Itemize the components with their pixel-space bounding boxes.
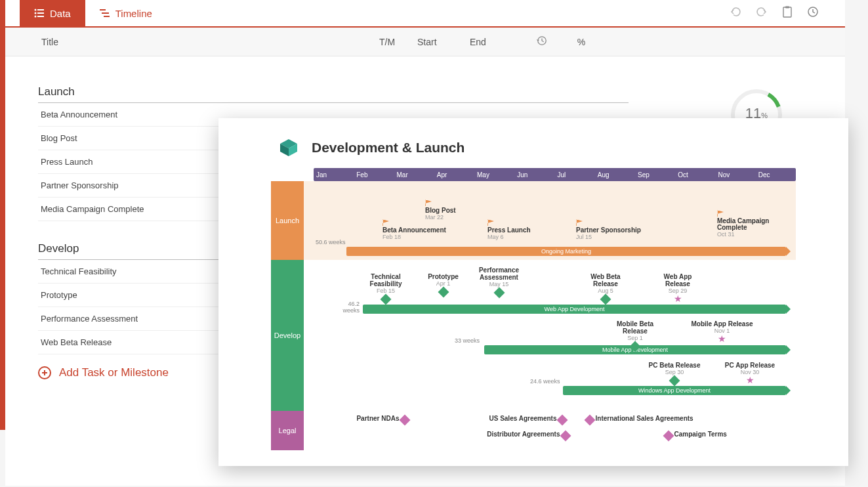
ms-mobile-release[interactable]: Mobile App ReleaseNov 1★ [691,320,753,342]
bar-windows-app[interactable]: Windows App Development [563,386,786,395]
svg-point-0 [35,9,37,11]
month-axis: JanFebMarAprMayJunJulAugSepOctNovDec [314,168,796,181]
svg-point-2 [35,12,37,14]
duration-label: 46.2 weeks [333,301,360,314]
tab-bar: Data Timeline [5,0,845,28]
svg-rect-10 [785,7,789,9]
tab-timeline-label: Timeline [115,8,152,19]
flag-partner-sponsorship[interactable]: Partner SponsorshipJul 15 [576,219,641,240]
flag-media-complete[interactable]: Media Campaign CompleteOct 31 [717,210,776,238]
svg-rect-5 [37,16,44,17]
ms-pc-release[interactable]: PC App ReleaseNov 30★ [724,362,776,383]
col-tm: T/M [379,37,417,47]
lane-develop-label: Develop [271,260,304,411]
lane-launch-label: Launch [271,181,304,260]
lane-develop: Develop 46.2 weeks Web App Development T… [271,260,796,411]
duration-label: 24.6 weeks [530,378,560,385]
lane-legal: Legal Partner NDAs US Sales Agreements I… [271,411,796,450]
col-start: Start [417,37,470,47]
ms-web-beta[interactable]: Web Beta ReleaseAug 5 [579,273,632,303]
add-task-label[interactable]: Add Task or Milestone [59,366,169,379]
svg-rect-1 [37,9,44,11]
timeline-icon [100,9,110,18]
lane-legal-label: Legal [271,411,304,450]
app-accent-rail [0,0,5,430]
tab-data[interactable]: Data [20,0,85,27]
tab-data-label: Data [50,8,71,19]
bar-ongoing-marketing[interactable]: Ongoing Marketing [346,247,786,256]
col-pct: % [562,37,601,47]
clipboard-icon[interactable] [782,6,793,20]
timeline-title: Development & Launch [312,140,465,156]
col-end: End [470,37,522,47]
redo-button[interactable] [756,6,768,20]
flag-press-launch[interactable]: Press LaunchMay 6 [487,219,531,240]
svg-rect-7 [102,12,109,14]
timeline-preview: Development & Launch JanFebMarAprMayJunJ… [218,118,848,466]
ms-distributor[interactable]: Distributor Agreements [478,431,569,440]
bar-web-app[interactable]: Web App Development [363,305,786,314]
undo-button[interactable] [730,6,741,20]
ms-intl-sales[interactable]: International Sales Agreements [586,415,697,424]
svg-point-4 [35,16,37,18]
flag-blog-post[interactable]: Blog PostMar 22 [425,200,456,221]
ms-pc-beta[interactable]: PC Beta ReleaseSep 30 [648,362,701,385]
toolbar [730,6,845,20]
duration-label: 33 weeks [455,337,480,344]
ms-prototype[interactable]: PrototypeApr 1 [425,273,461,296]
svg-rect-9 [783,7,791,17]
ms-campaign-terms[interactable]: Campaign Terms [665,431,743,440]
svg-rect-6 [100,9,106,11]
ms-mobile-beta[interactable]: Mobile Beta ReleaseSep 1 [606,320,665,350]
ms-partner-ndas[interactable]: Partner NDAs [350,415,409,424]
history-icon[interactable] [807,6,819,20]
svg-rect-3 [37,12,44,14]
flag-beta-announcement[interactable]: Beta AnnouncementFeb 18 [382,219,446,240]
column-headers: Title T/M Start End % [5,28,845,56]
ms-web-release[interactable]: Web App ReleaseSep 29★ [651,273,704,302]
list-icon [34,9,45,18]
tab-timeline[interactable]: Timeline [85,0,167,27]
lane-launch: Launch 50.6 weeks Ongoing Marketing Beta… [271,181,796,260]
duration-label: 50.6 weeks [316,239,346,245]
group-launch[interactable]: Launch [38,80,629,103]
ms-us-sales[interactable]: US Sales Agreements [481,415,566,424]
app-logo-icon [278,137,300,159]
col-history-icon [522,35,562,48]
ms-perf-assess[interactable]: Performance AssessmentMay 15 [474,266,524,297]
ms-tech-feasibility[interactable]: Technical FeasibilityFeb 15 [363,273,409,303]
svg-rect-8 [104,16,110,17]
col-title: Title [5,37,379,47]
add-task-button[interactable] [38,366,51,379]
